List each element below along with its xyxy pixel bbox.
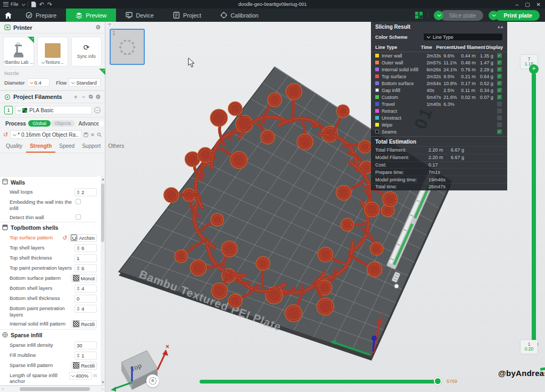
setting-input[interactable]: 6 [75, 244, 97, 252]
global-tab[interactable]: Global [28, 120, 51, 127]
step-slider-track[interactable] [200, 380, 442, 383]
slicing-row[interactable]: Seams✓ [371, 128, 507, 135]
setting-input[interactable]: 4 [75, 305, 97, 313]
print-plate-button[interactable]: Print plate [495, 10, 540, 21]
file-menu[interactable]: File [3, 2, 19, 7]
navigation-cube[interactable]: Top [111, 345, 169, 391]
slice-plate-button[interactable]: Slice plate [440, 10, 483, 21]
slicing-row[interactable]: Gap infill40s2.5%0.11 m0.34 g✓ [371, 87, 507, 94]
setting-input[interactable]: 400% [69, 372, 92, 380]
sync-filament-icon[interactable]: ⧉ [89, 94, 93, 100]
spinner-down-icon[interactable] [77, 248, 80, 251]
filament-settings-gear-icon[interactable]: ⚙ [95, 94, 101, 101]
setting-input[interactable]: 1 [75, 254, 97, 262]
new-project-icon[interactable] [31, 2, 36, 7]
section-header-infill[interactable]: Sparse infill [0, 330, 97, 340]
diameter-select[interactable]: 0.4 [27, 78, 50, 87]
spinner-up-icon[interactable] [77, 306, 80, 308]
process-tab-others[interactable]: Others [104, 141, 128, 153]
spinner-up-icon[interactable] [77, 266, 80, 268]
setting-input[interactable]: 6 [75, 264, 97, 272]
display-checkbox[interactable]: ✓ [497, 74, 502, 79]
slicing-row[interactable]: Custom5m47s21.6%0.02 m0.07 g✓ [371, 94, 507, 101]
delete-preset-icon[interactable]: ✕ [90, 132, 95, 138]
setting-input[interactable]: 0 [75, 295, 97, 303]
slicing-row[interactable]: Internal solid infill6m26s24.1%0.76 m2.2… [371, 66, 507, 73]
reset-preset-icon[interactable]: ↺ [3, 131, 8, 138]
spinner-down-icon[interactable] [77, 309, 80, 311]
layer-slider-track[interactable] [532, 73, 536, 345]
spinner-down-icon[interactable] [77, 193, 80, 195]
setting-value[interactable]: 4 [75, 305, 97, 313]
setting-input[interactable]: Rectili [71, 362, 97, 370]
home-tab[interactable] [0, 9, 16, 22]
display-checkbox[interactable] [497, 115, 502, 120]
spinner-up-icon[interactable] [77, 286, 80, 288]
collapse-filament-icon[interactable]: – [94, 107, 101, 113]
display-checkbox[interactable]: ✓ [497, 88, 502, 93]
slicing-row[interactable]: Bottom surface2m54s10.8%0.17 m0.52 g✓ [371, 80, 507, 87]
spinner-icons[interactable] [77, 266, 80, 271]
setting-value[interactable]: Rectili [71, 320, 97, 328]
slice-options-chevron[interactable] [434, 11, 443, 20]
display-checkbox[interactable]: ✓ [497, 81, 502, 86]
redo-icon[interactable]: ↷ [47, 2, 52, 7]
process-tab-quality[interactable]: Quality [2, 141, 26, 153]
maximize-button[interactable]: ▢ [525, 2, 530, 7]
spinner-icons[interactable] [77, 353, 80, 358]
setting-value[interactable]: Rectili [71, 362, 97, 370]
display-checkbox[interactable]: ✓ [497, 67, 502, 72]
step-slider-handle[interactable] [434, 377, 442, 385]
3d-viewport[interactable]: Bambu Textured PEI Plate 01 [105, 22, 545, 392]
setting-input[interactable]: Rectili [71, 320, 97, 328]
process-tab-strength[interactable]: Strength [26, 141, 55, 153]
setting-input[interactable]: Monot [71, 274, 97, 282]
display-checkbox[interactable]: ✓ [497, 53, 502, 58]
spinner-down-icon[interactable] [77, 269, 80, 271]
tab-preview[interactable]: Preview [66, 9, 116, 22]
dropdown-chevron-icon[interactable] [71, 373, 75, 377]
section-header-shells[interactable]: Top/bottom shells [0, 222, 97, 233]
tab-calibration[interactable]: Calibration [211, 9, 268, 22]
display-checkbox[interactable]: ✓ [497, 129, 502, 134]
setting-input[interactable]: 30 [75, 341, 97, 349]
spinner-down-icon[interactable] [77, 289, 80, 291]
setting-value[interactable]: 1 [75, 352, 97, 360]
slider-options-button[interactable]: ⚙ [146, 374, 159, 387]
scroll-down-icon[interactable]: ▼ [101, 380, 105, 384]
slicing-row[interactable]: Travel1m40s6.3% [371, 101, 507, 107]
save-preset-icon[interactable] [84, 132, 88, 138]
setting-value[interactable] [76, 198, 81, 204]
setting-value[interactable]: 0 [75, 295, 97, 303]
slicing-row[interactable]: Top surface2m32s9.5%0.21 m0.64 g✓ [371, 73, 507, 80]
printer-settings-gear-icon[interactable]: ⚙ [95, 24, 101, 31]
scroll-left-icon[interactable]: ‹ [0, 387, 6, 391]
display-checkbox[interactable] [497, 109, 502, 113]
spinner-icons[interactable] [77, 286, 80, 291]
setting-input[interactable]: 4 [75, 285, 97, 293]
setting-value[interactable]: 6 [75, 264, 97, 272]
preset-select[interactable]: * 0.16mm Opt Object Ra.. [10, 130, 81, 139]
hscrollbar-thumb[interactable] [20, 387, 90, 391]
slicing-row[interactable]: Wipe [371, 121, 507, 128]
scrollbar-thumb[interactable] [101, 184, 104, 242]
setting-value[interactable]: 2 [75, 188, 97, 196]
setting-value[interactable]: 400%m [69, 372, 97, 380]
tab-device[interactable]: Device [116, 9, 163, 22]
setting-value[interactable] [76, 214, 81, 220]
spinner-down-icon[interactable] [77, 356, 80, 358]
objects-tab[interactable]: Objects [51, 120, 76, 127]
tab-project[interactable]: Project [163, 9, 211, 22]
scroll-up-icon[interactable]: ▲ [101, 177, 105, 181]
undo-icon[interactable]: ↶ [39, 2, 44, 7]
display-checkbox[interactable]: ✓ [497, 95, 502, 99]
process-tab-support[interactable]: Support [78, 141, 104, 153]
plate-type-card[interactable]: Texture... [37, 37, 68, 66]
setting-value[interactable]: 1 [75, 254, 97, 262]
slicing-row[interactable]: Retract [371, 107, 507, 114]
collapse-thumbnails-icon[interactable]: ‹|› [106, 22, 112, 27]
section-header-walls[interactable]: Walls [0, 177, 97, 187]
scroll-right-icon[interactable]: › [100, 387, 105, 391]
spinner-icons[interactable] [77, 246, 80, 251]
print-options-chevron[interactable] [489, 11, 498, 20]
